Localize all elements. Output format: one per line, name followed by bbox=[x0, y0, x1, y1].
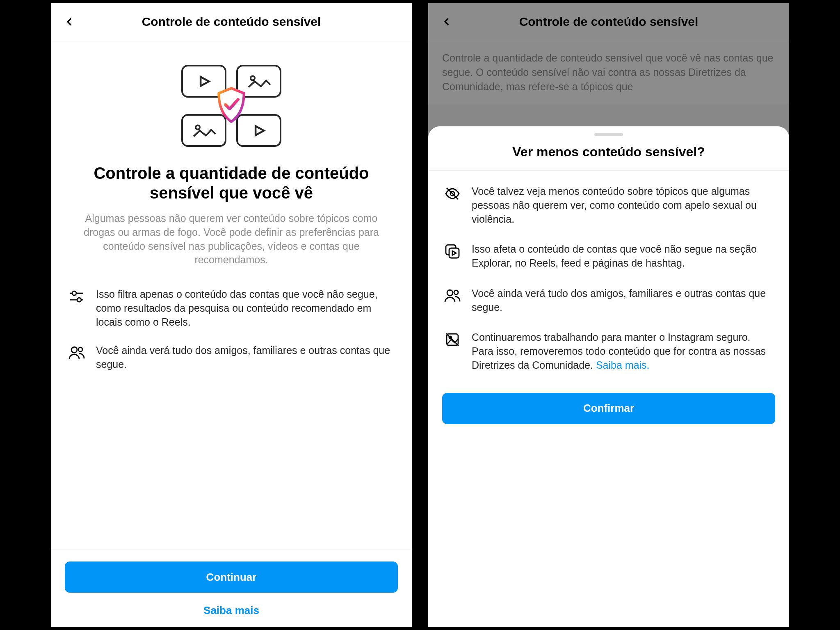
svg-rect-13 bbox=[449, 248, 459, 258]
svg-marker-3 bbox=[256, 126, 264, 135]
footer: Continuar Saiba mais bbox=[51, 550, 412, 627]
continue-button[interactable]: Continuar bbox=[65, 562, 398, 593]
sheet-title: Ver menos conteúdo sensível? bbox=[428, 144, 789, 171]
eye-off-icon bbox=[444, 185, 461, 226]
bullet-text: Você ainda verá tudo dos amigos, familia… bbox=[96, 344, 395, 372]
bullet-item: Você talvez veja menos conteúdo sobre tó… bbox=[444, 185, 774, 226]
bullet-item: Isso afeta o conteúdo de contas que você… bbox=[444, 242, 774, 270]
back-button[interactable] bbox=[61, 13, 79, 31]
sheet-body: Você talvez veja menos conteúdo sobre tó… bbox=[428, 171, 789, 372]
learn-more-link[interactable]: Saiba mais bbox=[65, 604, 398, 617]
hero-subtext: Algumas pessoas não querem ver conteúdo … bbox=[51, 203, 412, 279]
bullet-text: Continuaremos trabalhando para manter o … bbox=[472, 331, 774, 372]
bullet-list: Isso filtra apenas o conteúdo das contas… bbox=[51, 279, 412, 372]
bullet-item: Continuaremos trabalhando para manter o … bbox=[444, 331, 774, 372]
bullet-item: Isso filtra apenas o conteúdo das contas… bbox=[68, 288, 395, 329]
svg-line-11 bbox=[447, 188, 458, 199]
svg-marker-0 bbox=[201, 77, 209, 86]
svg-point-15 bbox=[447, 290, 453, 296]
bullet-item: Você ainda verá tudo dos amigos, familia… bbox=[68, 344, 395, 372]
sheet-footer: Confirmar bbox=[428, 389, 789, 424]
bullet-text: Você ainda verá tudo dos amigos, familia… bbox=[472, 287, 774, 315]
hero-title: Controle a quantidade de conteúdo sensív… bbox=[51, 163, 412, 203]
people-icon bbox=[444, 287, 461, 315]
sliders-icon bbox=[68, 288, 85, 329]
screen-intro: Controle de conteúdo sensível bbox=[51, 3, 412, 627]
image-off-icon bbox=[444, 331, 461, 372]
svg-line-19 bbox=[446, 333, 459, 346]
header-title: Controle de conteúdo sensível bbox=[51, 15, 412, 29]
bullet-text: Você talvez veja menos conteúdo sobre tó… bbox=[472, 185, 774, 226]
screen-confirm: Controle de conteúdo sensível Controle a… bbox=[428, 3, 789, 627]
bullet-item: Você ainda verá tudo dos amigos, familia… bbox=[444, 287, 774, 315]
people-icon bbox=[68, 344, 85, 372]
bullet-text: Isso afeta o conteúdo de contas que você… bbox=[472, 242, 774, 270]
svg-point-16 bbox=[454, 290, 458, 294]
svg-point-1 bbox=[251, 76, 255, 80]
svg-point-2 bbox=[196, 125, 200, 129]
shield-check-icon bbox=[213, 84, 250, 126]
bottom-sheet: Ver menos conteúdo sensível? Você talvez… bbox=[428, 126, 789, 627]
confirm-button[interactable]: Confirmar bbox=[442, 393, 775, 424]
bullet-text: Isso filtra apenas o conteúdo das contas… bbox=[96, 288, 395, 329]
learn-more-link[interactable]: Saiba mais. bbox=[596, 359, 650, 371]
hero-illustration bbox=[178, 65, 285, 147]
sheet-grabber[interactable] bbox=[594, 133, 623, 136]
svg-point-5 bbox=[72, 291, 76, 295]
svg-point-7 bbox=[77, 298, 81, 302]
svg-point-9 bbox=[78, 347, 82, 352]
svg-point-8 bbox=[71, 347, 77, 353]
media-collection-icon bbox=[444, 242, 461, 270]
header: Controle de conteúdo sensível bbox=[51, 3, 412, 40]
